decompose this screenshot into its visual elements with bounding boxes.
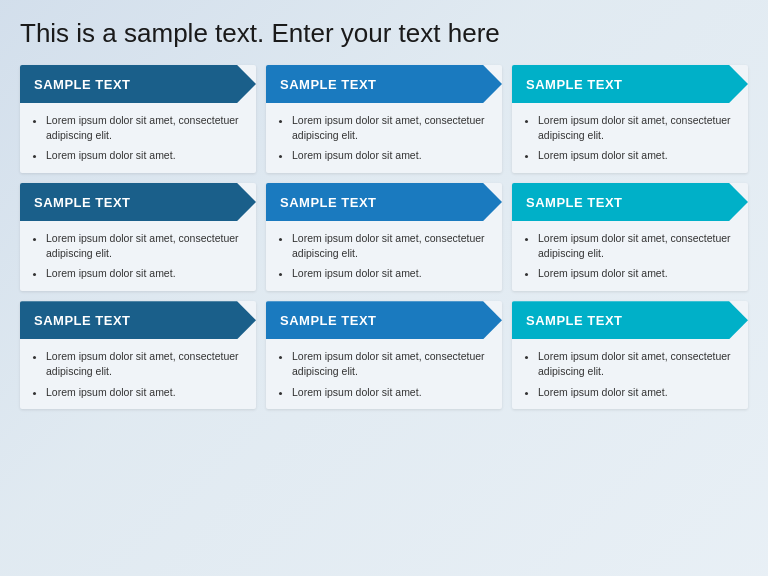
card-2: SAMPLE TEXT Lorem ipsum dolor sit amet, … xyxy=(266,65,502,173)
card-bullet1-6: Lorem ipsum dolor sit amet, consectetuer… xyxy=(538,231,734,260)
card-header-2: SAMPLE TEXT xyxy=(266,65,502,103)
card-bullet1-4: Lorem ipsum dolor sit amet, consectetuer… xyxy=(46,231,242,260)
card-4: SAMPLE TEXT Lorem ipsum dolor sit amet, … xyxy=(20,183,256,291)
card-grid: SAMPLE TEXT Lorem ipsum dolor sit amet, … xyxy=(20,65,748,409)
card-7: SAMPLE TEXT Lorem ipsum dolor sit amet, … xyxy=(20,301,256,409)
card-body-2: Lorem ipsum dolor sit amet, consectetuer… xyxy=(266,103,502,173)
card-header-label-3: SAMPLE TEXT xyxy=(526,77,623,92)
card-3: SAMPLE TEXT Lorem ipsum dolor sit amet, … xyxy=(512,65,748,173)
card-header-4: SAMPLE TEXT xyxy=(20,183,256,221)
card-header-3: SAMPLE TEXT xyxy=(512,65,748,103)
card-header-label-2: SAMPLE TEXT xyxy=(280,77,377,92)
card-bullet2-5: Lorem ipsum dolor sit amet. xyxy=(292,266,488,281)
card-body-3: Lorem ipsum dolor sit amet, consectetuer… xyxy=(512,103,748,173)
card-bullet2-8: Lorem ipsum dolor sit amet. xyxy=(292,385,488,400)
card-bullet1-5: Lorem ipsum dolor sit amet, consectetuer… xyxy=(292,231,488,260)
card-header-label-1: SAMPLE TEXT xyxy=(34,77,131,92)
card-bullet2-2: Lorem ipsum dolor sit amet. xyxy=(292,148,488,163)
card-body-4: Lorem ipsum dolor sit amet, consectetuer… xyxy=(20,221,256,291)
card-5: SAMPLE TEXT Lorem ipsum dolor sit amet, … xyxy=(266,183,502,291)
card-8: SAMPLE TEXT Lorem ipsum dolor sit amet, … xyxy=(266,301,502,409)
card-bullet1-7: Lorem ipsum dolor sit amet, consectetuer… xyxy=(46,349,242,378)
card-bullet2-4: Lorem ipsum dolor sit amet. xyxy=(46,266,242,281)
card-bullet2-6: Lorem ipsum dolor sit amet. xyxy=(538,266,734,281)
card-bullet1-8: Lorem ipsum dolor sit amet, consectetuer… xyxy=(292,349,488,378)
card-header-label-8: SAMPLE TEXT xyxy=(280,313,377,328)
card-bullet2-7: Lorem ipsum dolor sit amet. xyxy=(46,385,242,400)
card-header-label-7: SAMPLE TEXT xyxy=(34,313,131,328)
card-bullet1-9: Lorem ipsum dolor sit amet, consectetuer… xyxy=(538,349,734,378)
card-bullet1-1: Lorem ipsum dolor sit amet, consectetuer… xyxy=(46,113,242,142)
card-header-9: SAMPLE TEXT xyxy=(512,301,748,339)
card-bullet1-3: Lorem ipsum dolor sit amet, consectetuer… xyxy=(538,113,734,142)
card-body-9: Lorem ipsum dolor sit amet, consectetuer… xyxy=(512,339,748,409)
card-header-label-5: SAMPLE TEXT xyxy=(280,195,377,210)
card-header-label-9: SAMPLE TEXT xyxy=(526,313,623,328)
card-bullet1-2: Lorem ipsum dolor sit amet, consectetuer… xyxy=(292,113,488,142)
card-header-label-6: SAMPLE TEXT xyxy=(526,195,623,210)
card-header-6: SAMPLE TEXT xyxy=(512,183,748,221)
card-body-5: Lorem ipsum dolor sit amet, consectetuer… xyxy=(266,221,502,291)
card-bullet2-1: Lorem ipsum dolor sit amet. xyxy=(46,148,242,163)
card-header-7: SAMPLE TEXT xyxy=(20,301,256,339)
card-bullet2-9: Lorem ipsum dolor sit amet. xyxy=(538,385,734,400)
card-header-5: SAMPLE TEXT xyxy=(266,183,502,221)
card-header-label-4: SAMPLE TEXT xyxy=(34,195,131,210)
card-body-7: Lorem ipsum dolor sit amet, consectetuer… xyxy=(20,339,256,409)
card-bullet2-3: Lorem ipsum dolor sit amet. xyxy=(538,148,734,163)
card-body-1: Lorem ipsum dolor sit amet, consectetuer… xyxy=(20,103,256,173)
card-body-6: Lorem ipsum dolor sit amet, consectetuer… xyxy=(512,221,748,291)
card-header-8: SAMPLE TEXT xyxy=(266,301,502,339)
card-header-1: SAMPLE TEXT xyxy=(20,65,256,103)
card-1: SAMPLE TEXT Lorem ipsum dolor sit amet, … xyxy=(20,65,256,173)
card-body-8: Lorem ipsum dolor sit amet, consectetuer… xyxy=(266,339,502,409)
card-9: SAMPLE TEXT Lorem ipsum dolor sit amet, … xyxy=(512,301,748,409)
page-title: This is a sample text. Enter your text h… xyxy=(20,18,748,49)
card-6: SAMPLE TEXT Lorem ipsum dolor sit amet, … xyxy=(512,183,748,291)
